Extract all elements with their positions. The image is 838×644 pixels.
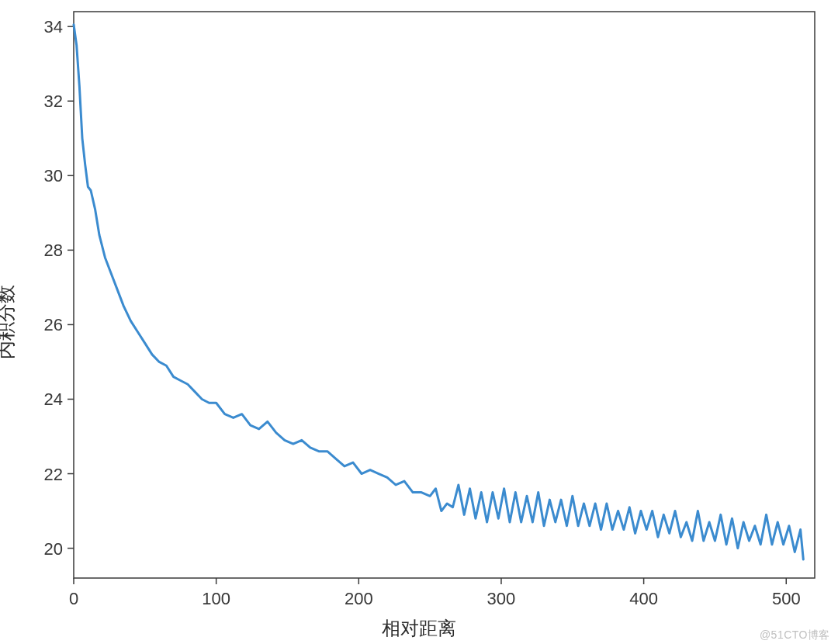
- watermark-text: @51CTO博客: [760, 628, 830, 642]
- x-tick-label: 0: [69, 589, 78, 608]
- y-tick-label: 22: [44, 465, 63, 484]
- x-axis-label: 相对距离: [0, 616, 838, 641]
- y-tick-label: 28: [44, 241, 63, 260]
- x-tick-label: 100: [202, 589, 230, 608]
- x-tick-label: 400: [629, 589, 658, 608]
- y-tick-label: 24: [44, 390, 63, 409]
- x-tick-label: 200: [345, 589, 373, 608]
- y-tick-label: 26: [44, 315, 63, 334]
- y-tick-label: 30: [44, 166, 63, 185]
- x-tick-label: 500: [772, 589, 801, 608]
- chart-container: 内积分数 01002003004005002022242628303234 相对…: [0, 0, 838, 644]
- series-line: [74, 25, 803, 559]
- line-chart: 01002003004005002022242628303234: [0, 0, 838, 644]
- plot-frame: [74, 12, 815, 578]
- y-tick-label: 34: [44, 17, 63, 36]
- y-tick-label: 32: [44, 92, 63, 111]
- x-tick-label: 300: [487, 589, 516, 608]
- y-axis-label: 内积分数: [0, 285, 19, 359]
- y-tick-label: 20: [44, 539, 63, 559]
